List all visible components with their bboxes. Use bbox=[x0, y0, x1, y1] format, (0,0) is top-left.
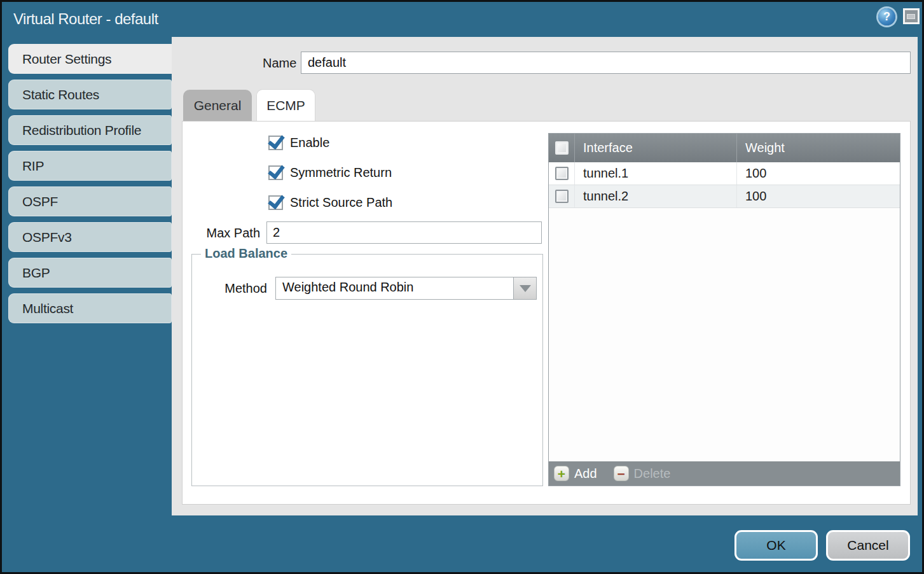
sidebar-item-redistribution-profile[interactable]: Redistribution Profile bbox=[8, 115, 172, 145]
sidebar-item-static-routes[interactable]: Static Routes bbox=[8, 80, 172, 109]
virtual-router-dialog: Virtual Router - default ? Router Settin… bbox=[0, 0, 924, 574]
strict-source-path-label: Strict Source Path bbox=[290, 195, 392, 210]
add-button-label: Add bbox=[574, 466, 597, 481]
delete-button[interactable]: − Delete bbox=[614, 466, 671, 481]
table-row[interactable]: tunnel.2 100 bbox=[549, 185, 900, 208]
sidebar-item-ospfv3[interactable]: OSPFv3 bbox=[8, 222, 172, 252]
select-all-cell bbox=[549, 134, 575, 162]
sidebar-item-label: Router Settings bbox=[22, 52, 111, 67]
sidebar-item-label: BGP bbox=[22, 265, 50, 281]
name-input[interactable] bbox=[301, 52, 911, 74]
load-balance-legend: Load Balance bbox=[201, 246, 291, 261]
method-dropdown-value: Weighted Round Robin bbox=[276, 277, 513, 299]
content-area: Name General ECMP Enable Symmetric Retur… bbox=[172, 37, 918, 515]
max-path-input[interactable] bbox=[266, 221, 542, 244]
sidebar-item-multicast[interactable]: Multicast bbox=[8, 293, 172, 323]
table-toolbar: + Add − Delete bbox=[549, 461, 900, 486]
chevron-down-icon bbox=[520, 285, 531, 292]
sidebar-item-label: RIP bbox=[22, 158, 44, 174]
plus-icon: + bbox=[554, 466, 569, 481]
sidebar-item-ospf[interactable]: OSPF bbox=[8, 186, 172, 216]
symmetric-return-label: Symmetric Return bbox=[290, 165, 392, 180]
row-select-cell bbox=[549, 162, 575, 185]
weight-cell: 100 bbox=[737, 185, 900, 207]
sidebar-item-label: OSPF bbox=[22, 194, 58, 209]
dialog-title: Virtual Router - default bbox=[13, 10, 158, 28]
row-checkbox[interactable] bbox=[555, 190, 569, 203]
load-balance-group: Load Balance Method Weighted Round Robin bbox=[191, 254, 543, 486]
interface-cell: tunnel.1 bbox=[575, 162, 737, 185]
select-all-checkbox[interactable] bbox=[555, 141, 569, 155]
help-icon[interactable]: ? bbox=[878, 8, 895, 25]
method-dropdown-button[interactable] bbox=[513, 277, 536, 299]
table-header-row: Interface Weight bbox=[549, 134, 900, 162]
cancel-button-label: Cancel bbox=[847, 538, 888, 553]
interface-cell: tunnel.2 bbox=[575, 185, 737, 207]
table-row[interactable]: tunnel.1 100 bbox=[549, 162, 900, 185]
tab-label: ECMP bbox=[266, 98, 305, 113]
delete-button-label: Delete bbox=[634, 466, 671, 481]
sidebar-item-label: Redistribution Profile bbox=[22, 123, 141, 138]
ecmp-tab-panel: Enable Symmetric Return Strict Source Pa… bbox=[182, 121, 911, 505]
sidebar-item-label: OSPFv3 bbox=[22, 230, 72, 245]
add-button[interactable]: + Add bbox=[554, 466, 597, 481]
ok-button-label: OK bbox=[766, 538, 785, 553]
tab-ecmp[interactable]: ECMP bbox=[256, 89, 315, 121]
interface-table: Interface Weight tunnel.1 100 tunnel.2 1… bbox=[548, 133, 900, 486]
tab-general[interactable]: General bbox=[183, 90, 252, 122]
tab-label: General bbox=[194, 98, 242, 113]
method-dropdown[interactable]: Weighted Round Robin bbox=[275, 277, 537, 300]
sidebar-item-router-settings[interactable]: Router Settings bbox=[8, 44, 172, 74]
weight-column-header[interactable]: Weight bbox=[737, 134, 900, 162]
ok-button[interactable]: OK bbox=[734, 530, 818, 561]
symmetric-return-checkbox[interactable] bbox=[268, 165, 283, 180]
sidebar-item-rip[interactable]: RIP bbox=[8, 151, 172, 181]
enable-label: Enable bbox=[290, 136, 329, 150]
symmetric-return-checkbox-row: Symmetric Return bbox=[268, 165, 392, 180]
window-restore-icon-inner bbox=[907, 14, 915, 19]
max-path-label: Max Path bbox=[205, 226, 260, 241]
window-restore-icon[interactable] bbox=[903, 8, 920, 24]
table-empty-area bbox=[549, 208, 900, 461]
method-label: Method bbox=[206, 281, 267, 296]
strict-source-path-checkbox-row: Strict Source Path bbox=[268, 195, 392, 210]
cancel-button[interactable]: Cancel bbox=[826, 530, 910, 561]
interface-column-header[interactable]: Interface bbox=[575, 134, 737, 162]
row-select-cell bbox=[549, 185, 575, 207]
name-label: Name bbox=[263, 56, 296, 71]
sidebar-item-bgp[interactable]: BGP bbox=[8, 258, 172, 288]
title-bar: Virtual Router - default ? bbox=[2, 2, 922, 37]
minus-icon: − bbox=[614, 466, 629, 481]
weight-cell: 100 bbox=[737, 162, 900, 185]
enable-checkbox-row: Enable bbox=[268, 136, 329, 150]
row-checkbox[interactable] bbox=[555, 167, 569, 180]
enable-checkbox[interactable] bbox=[268, 136, 283, 150]
strict-source-path-checkbox[interactable] bbox=[268, 195, 283, 210]
sidebar-item-label: Multicast bbox=[22, 301, 73, 316]
sidebar-item-label: Static Routes bbox=[22, 87, 99, 102]
